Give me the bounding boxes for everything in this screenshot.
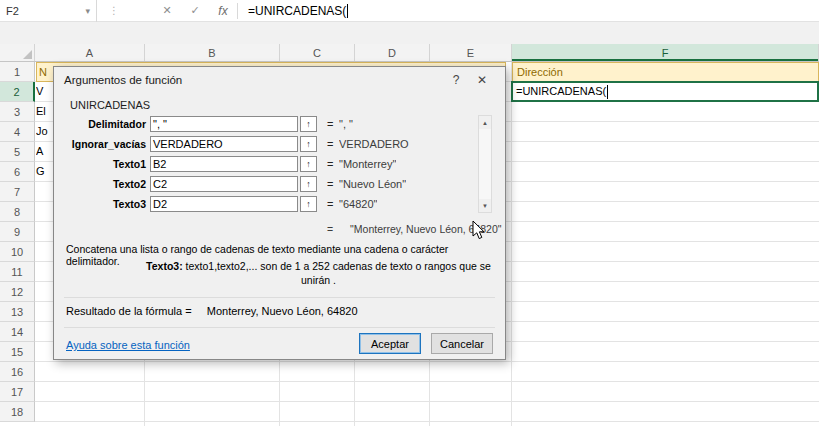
argument-result: VERDADERO <box>339 138 409 150</box>
column-header-A[interactable]: A <box>35 44 145 61</box>
row-header-2[interactable]: 2 <box>0 82 35 102</box>
scroll-down-icon[interactable]: ▼ <box>479 199 491 212</box>
text-caret <box>347 4 348 18</box>
argument-label: Texto2 <box>60 178 146 190</box>
cell-A6[interactable]: G <box>36 162 52 182</box>
range-selector-button[interactable]: ↑ <box>300 156 317 172</box>
cell-F2-selected[interactable]: =UNIRCADENAS( <box>511 81 819 102</box>
cell-F1[interactable]: Dirección <box>512 62 819 82</box>
texto2-input[interactable]: C2 <box>150 176 298 192</box>
row-header-11[interactable]: 11 <box>0 262 35 282</box>
row-header-6[interactable]: 6 <box>0 162 35 182</box>
argument-label: Texto1 <box>60 158 146 170</box>
column-header-F[interactable]: F <box>512 44 819 61</box>
help-link[interactable]: Ayuda sobre esta función <box>66 339 190 351</box>
argument-label: Ignorar_vacías <box>60 138 146 150</box>
splitter-handle-icon[interactable]: ⋮ <box>109 5 119 16</box>
name-box-dropdown-icon[interactable]: ▾ <box>85 6 90 16</box>
equals-sign: = <box>327 118 335 130</box>
range-selector-button[interactable]: ↑ <box>300 136 317 152</box>
accept-button[interactable]: Aceptar <box>359 333 421 354</box>
column-headers: A B C D E F <box>0 44 819 62</box>
formula-text: =UNIRCADENAS( <box>248 4 346 18</box>
dialog-title: Argumentos de función <box>64 74 443 86</box>
row-header-15[interactable]: 15 <box>0 342 35 362</box>
formula-result-line: Resultado de la fórmula = Monterrey, Nue… <box>66 305 358 317</box>
cell-A2[interactable]: V <box>36 82 52 102</box>
argument-result: "64820" <box>339 198 377 210</box>
row-header-13[interactable]: 13 <box>0 302 35 322</box>
argument-row-ignorar-vacias: Ignorar_vacías VERDADERO ↑ = VERDADERO <box>60 135 473 153</box>
texto3-input[interactable]: D2 <box>150 196 298 212</box>
dialog-titlebar[interactable]: Argumentos de función ? ✕ <box>54 67 505 93</box>
row-header-14[interactable]: 14 <box>0 322 35 342</box>
help-icon[interactable]: ? <box>443 73 469 87</box>
row-header-9[interactable]: 9 <box>0 222 35 242</box>
argument-hint-label: Texto3: <box>146 260 183 272</box>
row-header-1[interactable]: 1 <box>0 62 35 82</box>
ignorar-vacias-input[interactable]: VERDADERO <box>150 136 298 152</box>
row-header-10[interactable]: 10 <box>0 242 35 262</box>
row-header-18[interactable]: 18 <box>0 402 35 422</box>
row-header-12[interactable]: 12 <box>0 282 35 302</box>
grid-vline <box>511 62 512 426</box>
equals-sign: = <box>327 198 335 210</box>
range-selector-button[interactable]: ↑ <box>300 116 317 132</box>
separator <box>64 327 495 328</box>
argument-hint: Texto3: texto1,texto2,... son de 1 a 252… <box>146 259 491 287</box>
texto1-input[interactable]: B2 <box>150 156 298 172</box>
name-box-value: F2 <box>6 5 19 17</box>
argument-result: "Monterrey" <box>339 158 396 170</box>
row-header-5[interactable]: 5 <box>0 142 35 162</box>
delimitador-input[interactable]: ", " <box>150 116 298 132</box>
argument-hint-text: texto1,texto2,... son de 1 a 252 cadenas… <box>186 260 491 286</box>
formula-bar: F2 ▾ ⋮ ✕ ✓ fx =UNIRCADENAS( <box>0 0 819 22</box>
close-icon[interactable]: ✕ <box>469 73 495 87</box>
arguments-scrollbar[interactable]: ▲ ▼ <box>478 115 492 213</box>
cell-A3[interactable]: El <box>36 102 52 122</box>
formula-input[interactable]: =UNIRCADENAS( <box>238 0 819 22</box>
argument-result: ", " <box>339 118 353 130</box>
argument-row-texto3: Texto3 D2 ↑ = "64820" <box>60 195 473 213</box>
cell-A5[interactable]: A <box>36 142 52 162</box>
column-header-C[interactable]: C <box>280 44 355 61</box>
cell-A4[interactable]: Jo <box>36 122 52 142</box>
dialog-buttons: Aceptar Cancelar <box>359 333 493 354</box>
argument-result: "Nuevo Léon" <box>339 178 406 190</box>
equals-sign: = <box>327 178 335 190</box>
row-header-4[interactable]: 4 <box>0 122 35 142</box>
equals-sign: = <box>327 223 333 235</box>
enter-entry-button[interactable]: ✓ <box>181 0 209 22</box>
function-name-label: UNIRCADENAS <box>70 99 150 111</box>
range-selector-button[interactable]: ↑ <box>300 196 317 212</box>
column-header-B[interactable]: B <box>145 44 280 61</box>
separator <box>64 297 495 298</box>
row-header-3[interactable]: 3 <box>0 102 35 122</box>
cancel-entry-button[interactable]: ✕ <box>153 0 181 22</box>
select-all-corner[interactable] <box>0 44 35 61</box>
function-arguments-dialog: Argumentos de función ? ✕ UNIRCADENAS De… <box>53 66 506 360</box>
column-header-D[interactable]: D <box>355 44 430 61</box>
scroll-up-icon[interactable]: ▲ <box>479 116 491 129</box>
column-header-E[interactable]: E <box>430 44 512 61</box>
result-value: Monterrey, Nuevo Léon, 64820 <box>207 305 358 317</box>
argument-row-texto1: Texto1 B2 ↑ = "Monterrey" <box>60 155 473 173</box>
row-header-16[interactable]: 16 <box>0 362 35 382</box>
row-header-8[interactable]: 8 <box>0 202 35 222</box>
insert-function-button[interactable]: fx <box>209 0 237 22</box>
cell-F2-text: =UNIRCADENAS( <box>516 83 606 100</box>
excel-window: F2 ▾ ⋮ ✕ ✓ fx =UNIRCADENAS( A B C D E F … <box>0 0 819 426</box>
name-box[interactable]: F2 ▾ <box>0 0 97 22</box>
row-header-7[interactable]: 7 <box>0 182 35 202</box>
equals-sign: = <box>327 158 335 170</box>
cancel-button[interactable]: Cancelar <box>431 333 493 354</box>
cell-text-caret <box>607 85 608 99</box>
argument-label: Texto3 <box>60 198 146 210</box>
formula-bar-spacer: ⋮ <box>97 0 153 22</box>
row-header-17[interactable]: 17 <box>0 382 35 402</box>
argument-label: Delimitador <box>60 118 146 130</box>
argument-row-texto2: Texto2 C2 ↑ = "Nuevo Léon" <box>60 175 473 193</box>
equals-sign: = <box>327 138 335 150</box>
range-selector-button[interactable]: ↑ <box>300 176 317 192</box>
argument-row-delimitador: Delimitador ", " ↑ = ", " <box>60 115 473 133</box>
